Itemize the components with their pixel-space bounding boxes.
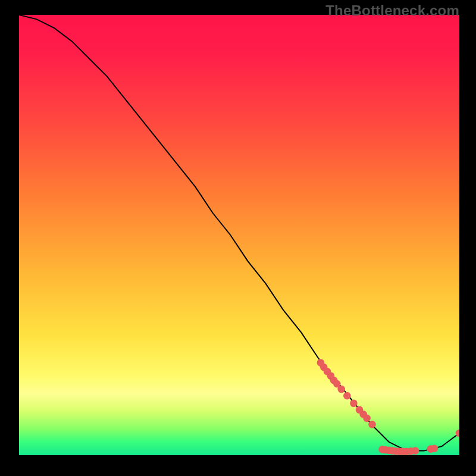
watermark-text: TheBottleneck.com [325, 2, 459, 19]
curve-marker [431, 445, 439, 453]
curve-marker [368, 421, 376, 428]
chart-svg [19, 15, 459, 455]
curve-marker [350, 399, 358, 407]
curve-marker [343, 392, 351, 400]
curve-marker [412, 447, 419, 455]
chart-area [19, 15, 459, 455]
curve-marker [337, 386, 345, 393]
page-root: TheBottleneck.com [0, 0, 476, 476]
curve-marker [363, 415, 371, 422]
bottleneck-curve-line [19, 15, 459, 451]
